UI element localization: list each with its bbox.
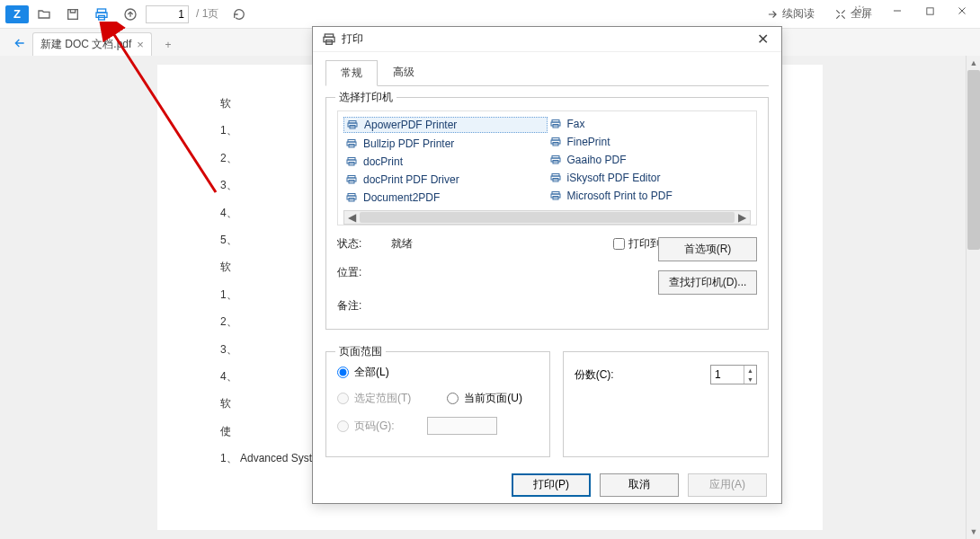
print-to-file-input[interactable] (613, 238, 625, 250)
copies-row: 份数(C): ▲ ▼ (575, 365, 757, 384)
printer-item[interactable]: docPrint (343, 155, 548, 169)
copies-down-icon[interactable]: ▼ (744, 375, 756, 384)
minimize-icon[interactable] (881, 0, 913, 22)
range-current-row[interactable]: 当前页面(U) (447, 391, 522, 406)
printer-list-hscroll[interactable]: ◀ ▶ (343, 210, 751, 225)
range-current-label: 当前页面(U) (464, 391, 522, 406)
document-tab-title: 新建 DOC 文档.pdf (40, 37, 131, 52)
find-printer-button[interactable]: 查找打印机(D)... (658, 270, 757, 295)
range-selection-row: 选定范围(T) (337, 391, 411, 406)
dialog-close-icon[interactable]: ✕ (753, 31, 772, 48)
app-logo[interactable]: Z (5, 5, 29, 23)
tab-close-icon[interactable]: × (137, 38, 144, 51)
scrollbar-thumb[interactable] (967, 70, 980, 250)
printer-status-grid: 状态: 就绪 打印到文件(F) 位置: 首选项(R) 备注: 查找打印机(D).… (337, 236, 757, 318)
printer-item[interactable]: Document2PDF (343, 190, 548, 205)
document-tab[interactable]: 新建 DOC 文档.pdf × (32, 32, 152, 56)
printer-name: docPrint PDF Driver (363, 173, 459, 186)
page-range-legend: 页面范围 (335, 344, 386, 359)
range-all-row[interactable]: 全部(L) (337, 365, 539, 380)
back-icon[interactable] (7, 31, 32, 56)
svg-rect-0 (68, 9, 78, 19)
printer-name: FinePrint (567, 136, 610, 148)
printer-item[interactable]: iSkysoft PDF Editor (548, 171, 752, 185)
range-selection-label: 选定范围(T) (354, 391, 411, 406)
range-all-radio[interactable] (337, 367, 349, 378)
printer-item[interactable]: FinePrint (548, 135, 752, 149)
range-current-radio[interactable] (447, 393, 459, 404)
tab-general[interactable]: 常规 (325, 60, 378, 86)
comment-label: 备注: (337, 298, 391, 314)
page-total-label: / 1页 (196, 6, 218, 22)
hscroll-right-icon[interactable]: ▶ (738, 211, 746, 224)
printer-name: iSkysoft PDF Editor (567, 172, 661, 184)
scroll-down-icon[interactable]: ▼ (967, 525, 980, 539)
apply-button: 应用(A) (688, 473, 767, 497)
dialog-title: 打印 (342, 31, 753, 47)
range-all-label: 全部(L) (354, 365, 389, 380)
continue-reading-label: 续阅读 (782, 6, 815, 22)
dialog-footer: 打印(P) 取消 应用(A) (313, 466, 781, 503)
printer-name: Fax (567, 118, 585, 130)
printer-list[interactable]: ApowerPDF PrinterBullzip PDF PrinterdocP… (337, 110, 757, 225)
printer-name: docPrint (363, 155, 403, 168)
printer-name: Gaaiho PDF (567, 154, 627, 166)
continue-reading-button[interactable]: 续阅读 (757, 2, 824, 27)
tab-add-icon[interactable]: + (157, 34, 179, 56)
upload-icon[interactable] (117, 2, 144, 27)
range-pages-input (427, 417, 497, 435)
page-number-input[interactable] (146, 5, 189, 23)
printer-name: Document2PDF (363, 191, 440, 204)
select-printer-legend: 选择打印机 (335, 90, 396, 105)
tab-advanced[interactable]: 高级 (378, 59, 430, 85)
hscroll-left-icon[interactable]: ◀ (348, 211, 356, 224)
save-icon[interactable] (59, 2, 86, 27)
printer-item[interactable]: Gaaiho PDF (548, 153, 752, 167)
copies-label: 份数(C): (575, 367, 614, 383)
group-copies: . 份数(C): ▲ ▼ (563, 351, 769, 457)
dialog-titlebar: 打印 ✕ (313, 27, 781, 52)
toolbar: Z / 1页 续阅读 全屏 (0, 0, 980, 29)
range-selection-radio (337, 393, 349, 404)
print-dialog: 打印 ✕ 常规 高级 选择打印机 ApowerPDF PrinterBullzi… (312, 26, 782, 504)
maximize-icon[interactable] (913, 0, 946, 22)
scroll-up-icon[interactable]: ▲ (967, 56, 980, 70)
group-page-range: 页面范围 全部(L) 选定范围(T) 当前页面(U) 页码(G): (325, 351, 550, 457)
print-button[interactable]: 打印(P) (512, 473, 591, 497)
vertical-scrollbar[interactable]: ▲ ▼ (966, 56, 980, 539)
preferences-button[interactable]: 首选项(R) (658, 237, 757, 261)
copies-up-icon[interactable]: ▲ (744, 366, 756, 375)
hscroll-track[interactable] (360, 212, 735, 223)
status-value: 就绪 (391, 236, 613, 252)
printer-item[interactable]: docPrint PDF Driver (343, 172, 548, 187)
printer-name: Microsoft Print to PDF (567, 190, 673, 202)
range-pages-row: 页码(G): (337, 417, 539, 435)
printer-name: ApowerPDF Printer (364, 119, 457, 131)
printer-item[interactable]: Bullzip PDF Printer (343, 137, 548, 151)
copies-input[interactable] (711, 366, 744, 384)
refresh-icon[interactable] (226, 2, 253, 27)
printer-item[interactable]: ApowerPDF Printer (343, 117, 548, 133)
copies-spinner[interactable]: ▲ ▼ (710, 365, 757, 384)
range-pages-label: 页码(G): (354, 419, 395, 434)
status-label: 状态: (337, 236, 391, 252)
printer-item[interactable]: Microsoft Print to PDF (548, 189, 752, 203)
svg-rect-6 (926, 7, 932, 13)
lower-groups: 页面范围 全部(L) 选定范围(T) 当前页面(U) 页码(G): . 份数(C… (325, 340, 769, 457)
range-pages-radio (337, 420, 349, 432)
settings-icon[interactable] (843, 0, 876, 22)
print-icon[interactable] (88, 2, 115, 27)
dialog-tabs: 常规 高级 (325, 59, 769, 86)
svg-point-5 (858, 9, 861, 13)
open-icon[interactable] (31, 2, 58, 27)
printer-name: Bullzip PDF Printer (363, 137, 454, 150)
svg-rect-2 (96, 13, 107, 17)
location-label: 位置: (337, 265, 391, 280)
window-controls (843, 0, 978, 22)
printer-item[interactable]: Fax (548, 117, 752, 131)
printer-icon (322, 32, 336, 47)
dialog-body: 常规 高级 选择打印机 ApowerPDF PrinterBullzip PDF… (313, 52, 781, 466)
close-window-icon[interactable] (946, 0, 978, 22)
toolbar-left: Z / 1页 (5, 2, 253, 27)
cancel-button[interactable]: 取消 (600, 473, 679, 497)
